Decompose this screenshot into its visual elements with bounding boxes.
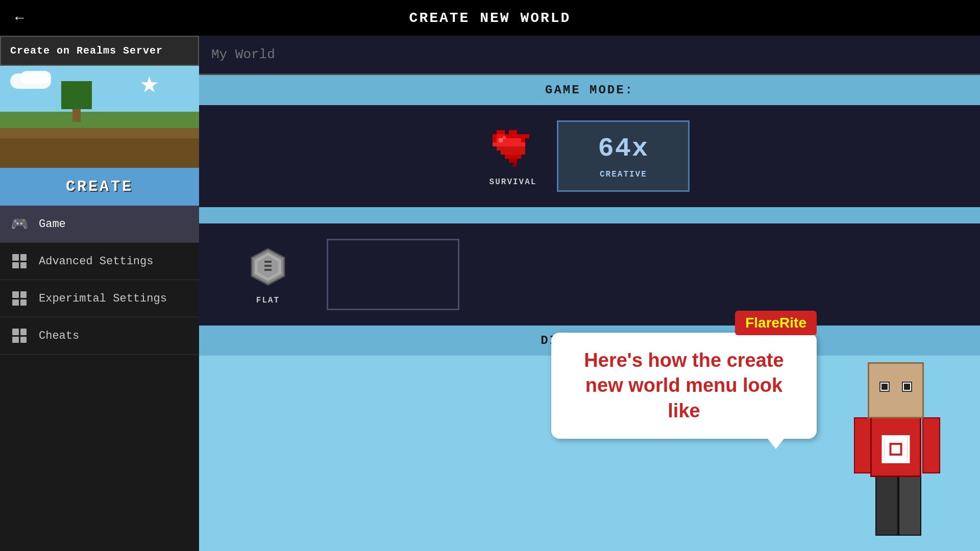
tree bbox=[61, 81, 92, 122]
svg-rect-15 bbox=[509, 159, 517, 163]
svg-rect-13 bbox=[501, 151, 525, 155]
svg-rect-14 bbox=[505, 155, 521, 159]
world-type-area: FLAT bbox=[199, 223, 980, 325]
svg-rect-1 bbox=[509, 130, 517, 134]
grid-icon-advanced bbox=[10, 252, 29, 270]
grid-icon-experimental bbox=[10, 289, 29, 308]
cloud-2 bbox=[20, 71, 51, 84]
survival-label: SURVIVAL bbox=[489, 178, 537, 187]
ground-blocks bbox=[0, 112, 199, 168]
difficulty-title: DIFFICULTY: bbox=[541, 334, 638, 347]
svg-rect-17 bbox=[499, 138, 503, 142]
sidebar-item-game-label: Game bbox=[39, 218, 66, 231]
tree-trunk bbox=[72, 109, 81, 122]
sidebar-item-cheats[interactable]: Cheats bbox=[0, 317, 199, 355]
svg-rect-8 bbox=[493, 138, 497, 142]
svg-rect-0 bbox=[497, 130, 505, 134]
dirt-row-2 bbox=[0, 138, 199, 168]
creative-option[interactable]: 64x CREATIVE bbox=[557, 120, 690, 192]
creative-value: 64x bbox=[598, 134, 649, 164]
svg-rect-24 bbox=[264, 269, 272, 271]
difficulty-header: DIFFICULTY: bbox=[199, 325, 980, 356]
grass-row bbox=[0, 112, 199, 128]
sidebar-item-advanced-label: Advanced Settings bbox=[39, 255, 153, 268]
svg-rect-10 bbox=[521, 138, 525, 142]
sun-icon bbox=[140, 76, 158, 94]
svg-rect-23 bbox=[264, 265, 272, 267]
realms-server-button[interactable]: Create on Realms Server bbox=[0, 36, 199, 66]
create-button[interactable]: CREATE bbox=[0, 168, 199, 206]
sidebar-item-game[interactable]: 🎮 Game bbox=[0, 206, 199, 243]
game-mode-section: SURVIVAL 64x CREATIVE bbox=[199, 105, 980, 207]
back-button[interactable]: ← bbox=[12, 10, 27, 26]
grid-icon-cheats bbox=[10, 327, 29, 345]
world-name-input[interactable] bbox=[199, 36, 980, 75]
game-mode-title: GAME MODE: bbox=[545, 83, 634, 97]
content-area: GAME MODE: bbox=[199, 36, 980, 551]
svg-rect-12 bbox=[497, 146, 525, 151]
svg-rect-22 bbox=[264, 261, 272, 263]
sidebar-item-experimental[interactable]: Experimtal Settings bbox=[0, 280, 199, 317]
sidebar-item-advanced[interactable]: Advanced Settings bbox=[0, 243, 199, 280]
main-area: Create on Realms Server CREATE bbox=[0, 36, 980, 551]
gamepad-icon: 🎮 bbox=[10, 215, 29, 233]
page-title: CREATE NEW WORLD bbox=[409, 10, 571, 26]
sidebar-item-experimental-label: Experimtal Settings bbox=[39, 292, 167, 305]
flat-option[interactable]: FLAT bbox=[245, 244, 291, 305]
world-type-other[interactable] bbox=[327, 239, 459, 310]
tree-leaves bbox=[61, 81, 92, 109]
dirt-row-1 bbox=[0, 128, 199, 138]
svg-rect-7 bbox=[521, 134, 529, 138]
survival-icon bbox=[490, 126, 536, 171]
survival-option[interactable]: SURVIVAL bbox=[489, 126, 537, 187]
sidebar-item-cheats-label: Cheats bbox=[39, 330, 79, 342]
svg-rect-11 bbox=[493, 142, 525, 146]
game-mode-header: GAME MODE: bbox=[199, 75, 980, 105]
svg-rect-18 bbox=[503, 136, 506, 139]
world-type-header bbox=[199, 207, 980, 223]
top-bar: ← CREATE NEW WORLD bbox=[0, 0, 980, 36]
flat-icon bbox=[245, 244, 291, 290]
sidebar: Create on Realms Server CREATE bbox=[0, 36, 199, 551]
flat-label: FLAT bbox=[256, 296, 280, 305]
world-preview bbox=[0, 66, 199, 168]
svg-rect-16 bbox=[513, 163, 517, 167]
svg-rect-4 bbox=[509, 134, 521, 138]
creative-label: CREATIVE bbox=[600, 170, 647, 179]
preview-sky bbox=[0, 66, 199, 168]
